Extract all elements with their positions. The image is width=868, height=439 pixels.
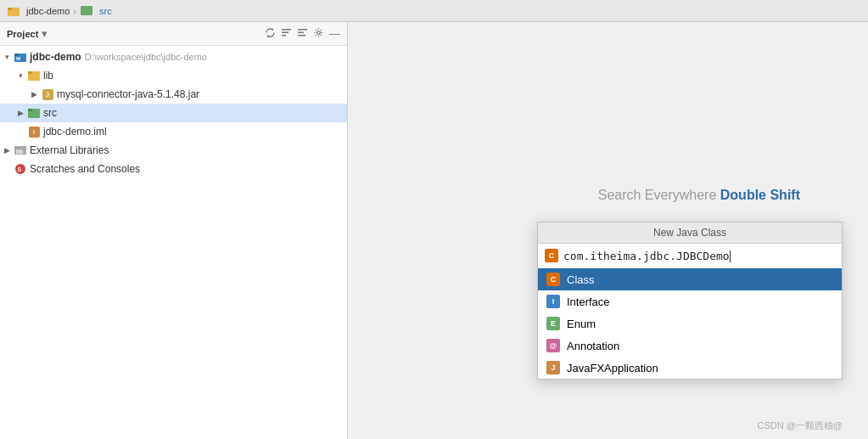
tree-item-jar[interactable]: ▶ J mysql-connector-java-5.1.48.jar	[0, 85, 347, 104]
dialog-title: New Java Class	[538, 222, 842, 244]
sidebar-title: Project	[7, 29, 38, 39]
svg-text:M: M	[16, 56, 20, 61]
list-item-javafx[interactable]: J JavaFXApplication	[538, 357, 842, 379]
tree-label-jar: mysql-connector-java-5.1.48.jar	[57, 88, 199, 100]
cursor	[730, 250, 731, 262]
dialog-list: C Class I Interface E Enum @ Annotation	[538, 268, 842, 379]
tree-label-root: jdbc-demo	[30, 51, 81, 63]
annotation-type-label: Annotation	[567, 340, 619, 352]
dialog-class-icon: C	[545, 249, 558, 262]
sidebar-tree: ▾ M jdbc-demo D:\workspace\jdbc\jdbc-dem…	[0, 46, 347, 439]
tree-item-lib[interactable]: ▾ lib	[0, 66, 347, 85]
javafx-type-label: JavaFXApplication	[567, 362, 658, 374]
javafx-type-icon: J	[546, 361, 560, 374]
new-java-class-dialog: New Java Class C com.itheima.jdbc.JDBCDe…	[537, 222, 843, 380]
svg-rect-6	[298, 29, 307, 31]
enum-type-label: Enum	[567, 318, 596, 330]
class-type-icon: C	[546, 273, 560, 286]
tree-icon-ext-lib: lib	[14, 144, 27, 157]
svg-text:lib: lib	[16, 149, 23, 155]
svg-text:S: S	[18, 166, 22, 172]
settings-icon[interactable]	[313, 27, 324, 41]
list-item-class[interactable]: C Class	[538, 268, 842, 290]
tree-icon-iml: I	[27, 125, 41, 138]
title-bar: jdbc-demo › src	[0, 0, 868, 22]
collapse-icon[interactable]	[281, 27, 292, 41]
search-everywhere-label: Search Everywhere	[598, 188, 717, 202]
project-icon	[7, 4, 20, 18]
svg-rect-5	[282, 35, 286, 37]
svg-rect-14	[28, 71, 32, 74]
svg-rect-2	[81, 6, 92, 15]
sidebar: Project ▾ — ▾	[0, 22, 348, 439]
tree-label-lib: lib	[43, 70, 53, 82]
svg-rect-7	[298, 31, 304, 33]
svg-point-9	[317, 31, 321, 34]
tree-arrow-jar: ▶	[27, 87, 41, 101]
sidebar-header-icons: —	[265, 27, 340, 41]
interface-type-icon: I	[546, 295, 560, 308]
svg-rect-3	[282, 29, 291, 31]
input-text: com.itheima.jdbc.JDBCDemo	[563, 250, 730, 262]
svg-rect-16	[28, 109, 32, 111]
tree-arrow-ext: ▶	[0, 144, 14, 157]
tree-label-iml: jdbc-demo.iml	[43, 126, 107, 138]
title-sep: ›	[73, 6, 76, 16]
tree-label-src: src	[43, 107, 57, 119]
watermark: CSDN @一颗西柚@	[757, 419, 843, 432]
sidebar-header-left: Project ▾	[7, 27, 48, 40]
title-current: src	[99, 6, 112, 16]
interface-type-label: Interface	[567, 295, 610, 308]
annotation-type-icon: @	[546, 339, 560, 352]
tree-item-iml[interactable]: ▶ I jdbc-demo.iml	[0, 122, 347, 141]
search-everywhere-hint: Search Everywhere Double Shift	[598, 188, 800, 203]
sync-icon[interactable]	[265, 27, 276, 41]
tree-arrow-root: ▾	[0, 50, 14, 64]
tree-item-root[interactable]: ▾ M jdbc-demo D:\workspace\jdbc\jdbc-dem…	[0, 48, 347, 66]
tree-icon-scratches: S	[14, 162, 27, 176]
enum-type-icon: E	[546, 317, 560, 330]
dialog-input-row: C com.itheima.jdbc.JDBCDemo	[538, 244, 842, 268]
svg-rect-8	[298, 35, 305, 37]
main-content: Search Everywhere Double Shift New Java …	[348, 22, 868, 439]
close-sidebar-icon[interactable]: —	[329, 27, 340, 40]
search-everywhere-shortcut: Double Shift	[720, 188, 800, 202]
tree-icon-jar: J	[41, 87, 54, 101]
tree-item-scratches[interactable]: ▶ S Scratches and Consoles	[0, 160, 347, 178]
class-name-input[interactable]: com.itheima.jdbc.JDBCDemo	[563, 250, 835, 262]
tree-item-ext-lib[interactable]: ▶ lib External Libraries	[0, 141, 347, 160]
svg-rect-1	[8, 8, 12, 10]
list-item-interface[interactable]: I Interface	[538, 290, 842, 312]
tree-icon-root: M	[14, 50, 27, 64]
list-item-enum[interactable]: E Enum	[538, 312, 842, 335]
tree-arrow-src: ▶	[14, 106, 27, 120]
sidebar-header: Project ▾ —	[0, 22, 347, 46]
tree-label-scratches: Scratches and Consoles	[30, 163, 140, 175]
svg-rect-4	[282, 31, 288, 33]
tree-icon-src	[27, 106, 41, 120]
sort-icon[interactable]	[297, 27, 308, 41]
list-item-annotation[interactable]: @ Annotation	[538, 335, 842, 357]
main-layout: Project ▾ — ▾	[0, 22, 868, 439]
title-project: jdbc-demo	[26, 6, 70, 16]
tree-path-root: D:\workspace\jdbc\jdbc-demo	[85, 52, 207, 62]
tree-label-ext-lib: External Libraries	[30, 144, 109, 156]
src-icon	[80, 4, 93, 18]
class-type-label: Class	[567, 273, 595, 286]
tree-arrow-lib: ▾	[14, 69, 27, 82]
tree-item-src[interactable]: ▶ src	[0, 104, 347, 122]
sidebar-dropdown-icon[interactable]: ▾	[42, 27, 48, 40]
tree-icon-lib	[27, 69, 41, 82]
